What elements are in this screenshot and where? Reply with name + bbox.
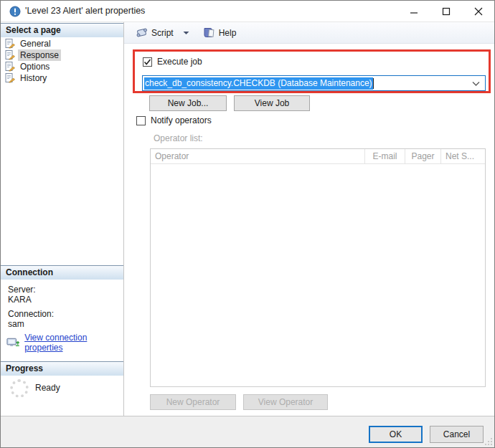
cancel-button[interactable]: Cancel <box>430 426 484 443</box>
sidebar-item-general[interactable]: General <box>1 38 123 49</box>
window-title: 'Level 23 Alert' alert properties <box>25 1 145 22</box>
response-page: Execute job check_db_consistency.CHECKDB… <box>124 44 494 416</box>
titlebar: 'Level 23 Alert' alert properties <box>1 1 494 22</box>
job-select-combo[interactable]: check_db_consistency.CHECKDB (Database M… <box>142 75 486 91</box>
resize-grip-icon[interactable] <box>484 437 493 446</box>
sidebar-item-label: General <box>18 38 53 49</box>
select-page-header: Select a page <box>1 23 123 37</box>
new-operator-button: New Operator <box>150 394 236 410</box>
alert-info-icon <box>9 6 21 17</box>
server-value: KARA <box>8 295 32 305</box>
connection-label: Connection: <box>8 309 54 319</box>
view-job-button[interactable]: View Job <box>234 95 310 111</box>
job-selected-value: check_db_consistency.CHECKDB (Database M… <box>144 77 373 90</box>
footer: OK Cancel <box>1 416 494 447</box>
operator-list-label: Operator list: <box>154 133 203 143</box>
server-label: Server: <box>8 285 36 295</box>
help-button-label: Help <box>219 28 237 38</box>
close-icon <box>474 7 483 16</box>
progress-status: Ready <box>35 383 60 393</box>
sidebar-item-options[interactable]: Options <box>1 61 123 72</box>
page-properties-icon <box>5 73 15 83</box>
ok-button[interactable]: OK <box>369 426 423 443</box>
page-properties-icon <box>5 39 15 49</box>
spinner-icon <box>10 379 29 398</box>
connection-value: sam <box>8 319 24 329</box>
minimize-button[interactable] <box>397 1 430 22</box>
script-scroll-icon <box>136 27 148 38</box>
script-button[interactable]: Script <box>132 25 177 40</box>
notify-operators-label: Notify operators <box>151 115 212 125</box>
page-properties-icon <box>5 50 15 60</box>
sidebar-item-label: Response <box>18 49 61 61</box>
sidebar-item-label: Options <box>18 61 52 72</box>
sidebar-item-response[interactable]: Response <box>1 49 123 61</box>
checkmark-icon <box>143 58 151 66</box>
page-properties-icon <box>5 62 15 72</box>
column-header-netsend: Net S... <box>441 149 485 163</box>
progress-header: Progress <box>1 361 123 376</box>
window-controls <box>397 1 494 22</box>
view-connection-properties-link[interactable]: View connection properties <box>24 333 123 353</box>
chevron-down-icon <box>472 81 480 87</box>
view-connection-properties[interactable]: View connection properties <box>6 333 123 353</box>
dropdown-caret-icon <box>183 31 189 35</box>
sidebar: Select a page General Response Op <box>1 22 124 416</box>
maximize-icon <box>442 7 451 16</box>
minimize-icon <box>410 7 418 16</box>
text-cursor <box>373 78 374 89</box>
sidebar-item-label: History <box>18 72 49 84</box>
alert-properties-dialog: 'Level 23 Alert' alert properties Select… <box>0 0 495 448</box>
column-header-email: E-mail <box>365 149 405 163</box>
operator-list-table: Operator E-mail Pager Net S... <box>150 148 486 387</box>
execute-job-label: Execute job <box>157 57 202 67</box>
help-button[interactable]: Help <box>199 25 240 40</box>
view-operator-button: View Operator <box>243 394 328 410</box>
column-header-operator: Operator <box>151 149 365 163</box>
close-button[interactable] <box>462 1 494 22</box>
maximize-button[interactable] <box>430 1 462 22</box>
execute-job-checkbox[interactable] <box>143 57 152 67</box>
operator-list-header-row: Operator E-mail Pager Net S... <box>151 149 485 164</box>
sidebar-item-history[interactable]: History <box>1 72 123 84</box>
new-job-button[interactable]: New Job... <box>149 95 227 111</box>
column-header-pager: Pager <box>405 149 441 163</box>
script-button-label: Script <box>151 28 174 38</box>
script-dropdown-button[interactable] <box>180 29 192 37</box>
toolbar: Script Help <box>124 22 494 44</box>
connection-header: Connection <box>1 265 123 280</box>
connection-properties-icon <box>6 337 20 349</box>
help-book-icon <box>203 27 215 38</box>
notify-operators-checkbox[interactable] <box>136 116 146 125</box>
